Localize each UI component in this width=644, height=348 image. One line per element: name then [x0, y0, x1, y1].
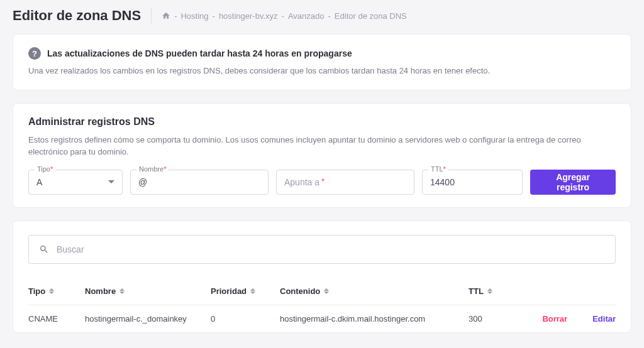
sort-icon	[49, 288, 54, 294]
cell-tipo: CNAME	[28, 314, 85, 324]
table-row: CNAME hostingermail-c._domainkey 0 hosti…	[28, 305, 616, 332]
col-ttl[interactable]: TTL	[469, 286, 525, 296]
search-icon	[39, 244, 49, 254]
col-tipo[interactable]: Tipo	[28, 286, 85, 296]
page-title: Editor de zona DNS	[13, 8, 141, 24]
sort-icon	[119, 288, 125, 294]
name-input[interactable]	[130, 170, 269, 195]
type-field-wrap: Tipo* A	[28, 170, 123, 195]
sort-icon	[250, 288, 255, 294]
alert-text: Una vez realizados los cambios en los re…	[28, 65, 616, 77]
sort-icon	[324, 288, 329, 294]
alert-title: Las actualizaciones de DNS pueden tardar…	[47, 48, 352, 58]
points-input[interactable]	[276, 170, 414, 195]
cell-prioridad: 0	[211, 314, 280, 324]
manage-title: Administrar registros DNS	[28, 116, 616, 128]
breadcrumb-item[interactable]: Avanzado	[288, 11, 325, 21]
type-select[interactable]: A	[28, 170, 123, 195]
col-contenido[interactable]: Contenido	[280, 286, 469, 296]
breadcrumb-sep: -	[213, 11, 215, 21]
breadcrumb-sep: -	[328, 11, 331, 21]
manage-subtitle: Estos registros definen cómo se comporta…	[28, 134, 616, 158]
alert-card: ? Las actualizaciones de DNS pueden tard…	[13, 34, 631, 90]
add-record-button[interactable]: Agregar registro	[530, 170, 616, 195]
header-divider	[151, 8, 152, 23]
type-label: Tipo*	[35, 165, 55, 173]
add-record-form: Tipo* A Nombre* * TTL* Agregar registro	[28, 170, 616, 195]
search-input[interactable]	[57, 244, 605, 254]
col-nombre[interactable]: Nombre	[85, 286, 211, 296]
edit-link[interactable]: Editar	[592, 314, 616, 324]
home-icon[interactable]	[162, 11, 170, 20]
breadcrumb: - Hosting - hostinger-bv.xyz - Avanzado …	[162, 11, 407, 21]
question-icon: ?	[28, 47, 41, 60]
name-field-wrap: Nombre*	[130, 170, 269, 195]
breadcrumb-sep: -	[282, 11, 284, 21]
records-card: Tipo Nombre Prioridad Contenido TTL CNAM…	[13, 220, 631, 333]
breadcrumb-item: Editor de zona DNS	[335, 11, 407, 21]
table-header: Tipo Nombre Prioridad Contenido TTL	[28, 278, 616, 305]
ttl-label: TTL*	[428, 165, 448, 173]
manage-card: Administrar registros DNS Estos registro…	[13, 103, 631, 208]
ttl-input[interactable]	[422, 170, 523, 195]
cell-nombre: hostingermail-c._domainkey	[85, 314, 211, 324]
page-header: Editor de zona DNS - Hosting - hostinger…	[13, 8, 631, 24]
col-prioridad[interactable]: Prioridad	[211, 286, 280, 296]
points-field-wrap: *	[276, 170, 414, 195]
sort-icon	[487, 288, 492, 294]
breadcrumb-sep: -	[174, 11, 177, 21]
chevron-down-icon	[108, 180, 114, 183]
breadcrumb-item[interactable]: Hosting	[180, 11, 208, 21]
delete-link[interactable]: Borrar	[542, 314, 567, 324]
ttl-field-wrap: TTL*	[422, 170, 523, 195]
name-label: Nombre*	[136, 165, 169, 173]
search-wrap	[28, 235, 616, 264]
cell-contenido: hostingermail-c.dkim.mail.hostinger.com	[280, 314, 469, 324]
cell-ttl: 300	[469, 314, 525, 324]
type-value: A	[36, 177, 42, 187]
records-table: Tipo Nombre Prioridad Contenido TTL CNAM…	[28, 278, 616, 332]
breadcrumb-item[interactable]: hostinger-bv.xyz	[219, 11, 278, 21]
